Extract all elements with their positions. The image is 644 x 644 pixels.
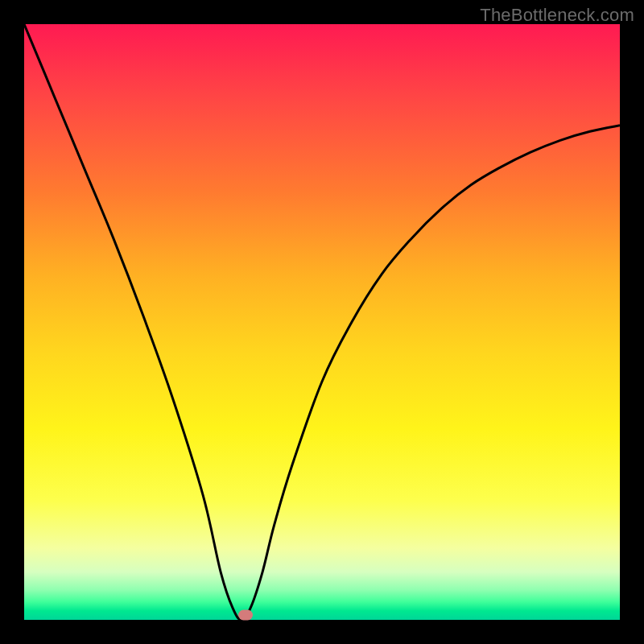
curve-path xyxy=(24,24,620,620)
chart-plot-area xyxy=(24,24,620,620)
watermark-text: TheBottleneck.com xyxy=(480,5,634,26)
optimum-marker xyxy=(238,610,253,621)
bottleneck-curve xyxy=(24,24,620,620)
